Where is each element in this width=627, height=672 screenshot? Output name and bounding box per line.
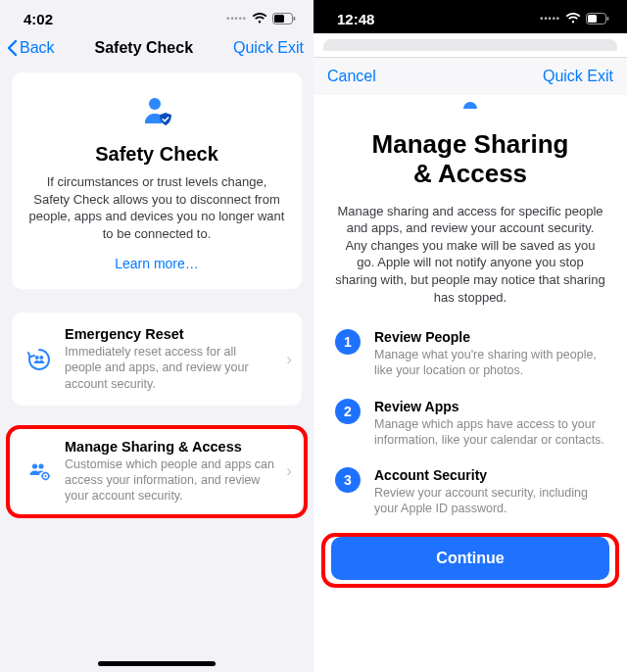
status-bar: 12:48 ••••• xyxy=(314,0,627,33)
status-bar: 4:02 ••••• xyxy=(0,0,314,33)
nav-bar: Back Safety Check Quick Exit xyxy=(0,33,314,65)
back-button[interactable]: Back xyxy=(6,39,55,57)
emergency-title: Emergency Reset xyxy=(65,326,274,342)
chevron-left-icon xyxy=(6,39,18,57)
chevron-right-icon: › xyxy=(286,461,292,481)
status-right: ••••• xyxy=(540,11,609,27)
step-number: 3 xyxy=(335,467,361,493)
step-number: 2 xyxy=(335,399,361,424)
wifi-icon xyxy=(252,11,267,27)
emergency-body: Immediately reset access for all people … xyxy=(65,344,274,392)
battery-icon xyxy=(272,11,296,27)
step-title: Review People xyxy=(374,329,605,345)
status-time: 4:02 xyxy=(24,11,53,27)
step-body: Review your account security, including … xyxy=(374,485,605,517)
quick-exit-button[interactable]: Quick Exit xyxy=(233,39,304,57)
emergency-reset-row[interactable]: Emergency Reset Immediately reset access… xyxy=(12,312,302,406)
svg-point-4 xyxy=(35,356,39,360)
page-description: Manage sharing and access for specific p… xyxy=(335,203,605,306)
hero-title: Safety Check xyxy=(27,143,286,166)
step-number: 1 xyxy=(335,329,361,355)
gear-icon xyxy=(335,95,605,113)
status-right: ••••• xyxy=(226,11,296,27)
screenshot-left: 4:02 ••••• Back Safety Check Quick Exit xyxy=(0,0,314,672)
step-review-people: 1 Review People Manage what you're shari… xyxy=(335,329,605,379)
cell-dots-icon: ••••• xyxy=(540,14,560,24)
reset-icon xyxy=(25,347,53,372)
manage-title: Manage Sharing & Access xyxy=(65,439,274,455)
svg-point-7 xyxy=(38,464,43,469)
step-title: Review Apps xyxy=(374,399,605,414)
learn-more-link[interactable]: Learn more… xyxy=(27,256,286,271)
battery-icon xyxy=(586,11,609,27)
svg-point-5 xyxy=(39,356,43,360)
people-gear-icon xyxy=(25,458,53,484)
wifi-icon xyxy=(565,11,581,27)
cell-dots-icon: ••••• xyxy=(226,14,247,24)
svg-rect-15 xyxy=(588,15,597,23)
steps-list: 1 Review People Manage what you're shari… xyxy=(335,329,605,517)
step-body: Manage which apps have access to your in… xyxy=(374,416,605,449)
manage-sharing-row[interactable]: Manage Sharing & Access Customise which … xyxy=(12,425,302,518)
back-label: Back xyxy=(20,39,55,57)
hero-body: If circumstances or trust levels change,… xyxy=(27,173,286,242)
status-time: 12:48 xyxy=(337,11,374,27)
svg-point-6 xyxy=(32,464,37,469)
svg-rect-2 xyxy=(294,17,296,21)
cancel-button[interactable]: Cancel xyxy=(327,68,376,85)
home-indicator xyxy=(98,661,216,666)
step-review-apps: 2 Review Apps Manage which apps have acc… xyxy=(335,399,605,449)
continue-button[interactable]: Continue xyxy=(331,537,609,580)
safety-check-icon xyxy=(27,94,286,131)
quick-exit-button[interactable]: Quick Exit xyxy=(543,68,613,85)
chevron-right-icon: › xyxy=(286,350,292,369)
svg-point-3 xyxy=(149,98,161,110)
screenshot-right: 12:48 ••••• Cancel Quick Exit Manage Sha… xyxy=(314,0,627,672)
nav-title: Safety Check xyxy=(95,39,194,57)
svg-rect-16 xyxy=(607,17,609,21)
hero-card: Safety Check If circumstances or trust l… xyxy=(12,72,302,289)
svg-point-9 xyxy=(44,475,46,477)
svg-rect-1 xyxy=(274,15,284,23)
manage-body: Customise which people and apps can acce… xyxy=(65,456,274,504)
step-account-security: 3 Account Security Review your account s… xyxy=(335,467,605,517)
step-body: Manage what you're sharing with people, … xyxy=(374,347,605,379)
nav-bar: Cancel Quick Exit xyxy=(314,57,627,95)
page-title: Manage Sharing & Access xyxy=(335,130,605,189)
step-title: Account Security xyxy=(374,467,605,483)
